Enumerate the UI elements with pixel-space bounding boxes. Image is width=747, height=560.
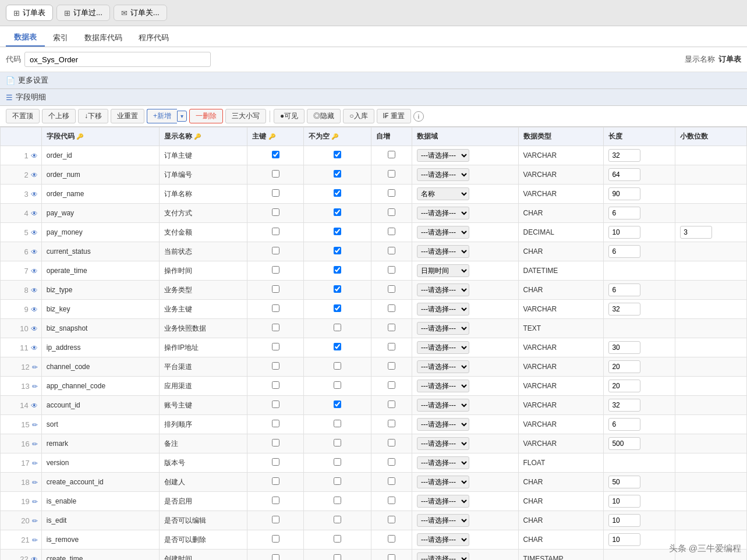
autoinc-checkbox[interactable] [388, 228, 395, 235]
domain-select[interactable]: ---请选择--- [417, 533, 469, 546]
eye-icon[interactable]: 👁 [31, 344, 38, 352]
length-input[interactable] [608, 168, 640, 181]
domain-select[interactable]: 日期时间 [417, 264, 469, 277]
pk-checkbox[interactable] [272, 439, 279, 446]
autoinc-checkbox[interactable] [388, 151, 395, 158]
domain-select[interactable]: ---请选择--- [417, 514, 469, 527]
notnull-checkbox[interactable] [334, 285, 341, 293]
length-input[interactable] [608, 303, 640, 316]
domain-select[interactable]: ---请选择--- [417, 322, 469, 335]
autoinc-checkbox[interactable] [388, 208, 395, 216]
domain-select[interactable]: ---请选择--- [417, 456, 469, 469]
eye-icon[interactable]: ✏ [32, 440, 38, 448]
length-input[interactable] [608, 360, 640, 373]
pk-checkbox[interactable] [272, 324, 279, 331]
pk-checkbox[interactable] [272, 266, 279, 274]
notnull-checkbox[interactable] [334, 400, 341, 408]
eye-icon[interactable]: ✏ [32, 421, 38, 429]
autoinc-checkbox[interactable] [388, 324, 395, 331]
autoinc-checkbox[interactable] [388, 189, 395, 197]
pk-checkbox[interactable] [272, 247, 279, 254]
notnull-checkbox[interactable] [334, 247, 341, 254]
eye-icon[interactable]: ✏ [32, 382, 38, 391]
notnull-checkbox[interactable] [334, 362, 341, 370]
notnull-checkbox[interactable] [334, 170, 341, 178]
pk-checkbox[interactable] [272, 477, 279, 485]
eye-icon[interactable]: 👁 [31, 286, 38, 295]
subtab-dbcode[interactable]: 数据库代码 [76, 30, 130, 46]
eye-icon[interactable]: 👁 [31, 190, 38, 199]
info-icon[interactable]: i [413, 111, 424, 122]
pk-checkbox[interactable] [272, 189, 279, 197]
domain-select[interactable]: ---请选择--- [417, 149, 469, 162]
autoinc-checkbox[interactable] [388, 362, 395, 370]
domain-select[interactable]: ---请选择--- [417, 360, 469, 373]
notnull-checkbox[interactable] [334, 535, 341, 543]
subtab-data[interactable]: 数据表 [6, 29, 45, 47]
length-input[interactable] [608, 380, 640, 392]
pk-checkbox[interactable] [272, 497, 279, 504]
autoinc-checkbox[interactable] [388, 247, 395, 254]
domain-select[interactable]: ---请选择--- [417, 476, 469, 488]
autoinc-checkbox[interactable] [388, 439, 395, 446]
pk-checkbox[interactable] [272, 170, 279, 178]
eye-icon[interactable]: ✏ [32, 517, 38, 525]
btn-visible[interactable]: ●可见 [274, 109, 305, 123]
pk-checkbox[interactable] [272, 400, 279, 408]
eye-icon[interactable]: ✏ [32, 459, 38, 467]
field-detail-header[interactable]: ☰ 字段明细 [0, 89, 747, 106]
domain-select[interactable]: ---请选择--- [417, 418, 469, 431]
domain-select[interactable]: ---请选择--- [417, 552, 469, 560]
notnull-checkbox[interactable] [334, 497, 341, 504]
notnull-checkbox[interactable] [334, 477, 341, 485]
notnull-checkbox[interactable] [334, 343, 341, 350]
eye-icon[interactable]: 👁 [31, 402, 38, 410]
pk-checkbox[interactable] [272, 228, 279, 235]
btn-delete[interactable]: 一删除 [189, 109, 223, 123]
autoinc-checkbox[interactable] [388, 535, 395, 543]
eye-icon[interactable]: 👁 [31, 152, 38, 160]
autoinc-checkbox[interactable] [388, 477, 395, 485]
subtab-index[interactable]: 索引 [45, 30, 76, 46]
domain-select[interactable]: ---请选择--- [417, 399, 469, 412]
domain-select[interactable]: ---请选择--- [417, 303, 469, 316]
autoinc-checkbox[interactable] [388, 554, 395, 560]
pk-checkbox[interactable] [272, 535, 279, 543]
top-tab-order-rel[interactable]: ✉ 订单关... [114, 5, 167, 21]
autoinc-checkbox[interactable] [388, 381, 395, 389]
length-input[interactable] [608, 245, 640, 258]
length-input[interactable] [608, 187, 640, 200]
notnull-checkbox[interactable] [334, 439, 341, 446]
length-input[interactable] [608, 533, 640, 546]
eye-icon[interactable]: 👁 [31, 306, 38, 314]
notnull-checkbox[interactable] [334, 324, 341, 331]
length-input[interactable] [608, 341, 640, 354]
notnull-checkbox[interactable] [334, 266, 341, 274]
autoinc-checkbox[interactable] [388, 304, 395, 312]
btn-add[interactable]: +新增 [147, 109, 177, 123]
autoinc-checkbox[interactable] [388, 400, 395, 408]
pk-checkbox[interactable] [272, 362, 279, 370]
subtab-progcode[interactable]: 程序代码 [130, 30, 177, 46]
autoinc-checkbox[interactable] [388, 343, 395, 350]
length-input[interactable] [608, 476, 640, 488]
pk-checkbox[interactable] [272, 151, 279, 158]
eye-icon[interactable]: ✏ [32, 363, 38, 371]
btn-move-down[interactable]: ↓下移 [78, 109, 108, 123]
notnull-checkbox[interactable] [334, 304, 341, 312]
eye-icon[interactable]: ✏ [32, 498, 38, 506]
eye-icon[interactable]: 👁 [31, 325, 38, 333]
domain-select[interactable]: ---请选择--- [417, 495, 469, 508]
eye-icon[interactable]: 👁 [31, 171, 38, 179]
pk-checkbox[interactable] [272, 304, 279, 312]
autoinc-checkbox[interactable] [388, 170, 395, 178]
notnull-checkbox[interactable] [334, 208, 341, 216]
pk-checkbox[interactable] [272, 285, 279, 293]
btn-reset-pos[interactable]: 业重置 [111, 109, 144, 123]
btn-import[interactable]: ○入库 [343, 109, 374, 123]
domain-select[interactable]: ---请选择--- [417, 437, 469, 450]
pk-checkbox[interactable] [272, 458, 279, 466]
eye-icon[interactable]: 👁 [31, 229, 38, 237]
length-input[interactable] [608, 418, 640, 431]
eye-icon[interactable]: 👁 [31, 555, 38, 561]
